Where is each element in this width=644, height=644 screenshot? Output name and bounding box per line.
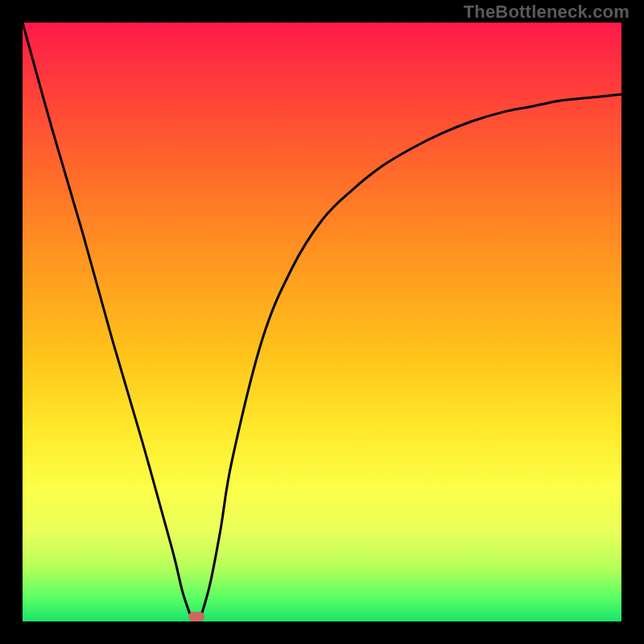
plot-area: [23, 23, 621, 621]
optimal-point-marker: [188, 612, 204, 621]
chart-frame: TheBottleneck.com: [0, 0, 644, 644]
curve-svg: [23, 23, 621, 621]
bottleneck-curve: [23, 23, 621, 621]
watermark-text: TheBottleneck.com: [464, 2, 630, 23]
